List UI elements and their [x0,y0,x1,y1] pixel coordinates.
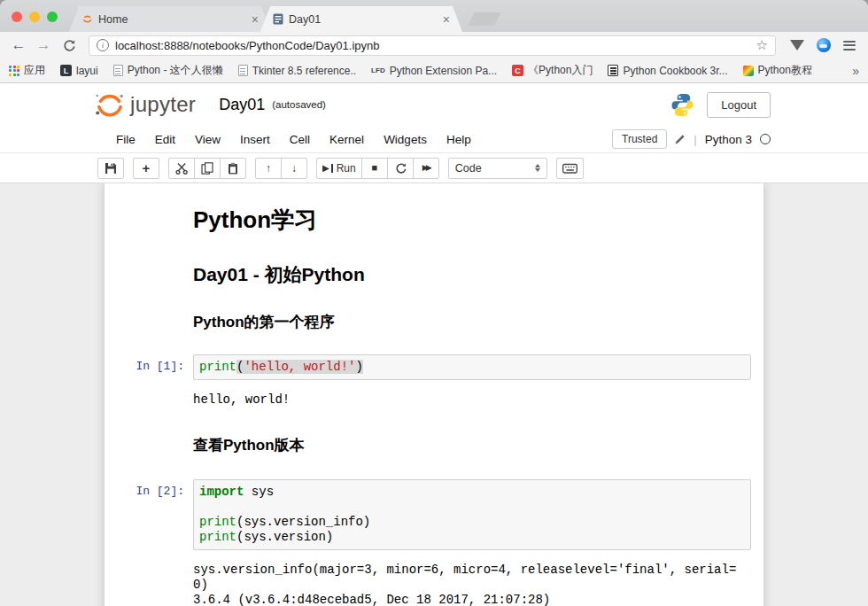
logout-button[interactable]: Logout [707,92,771,118]
extension-triangle-icon[interactable] [790,40,804,50]
jupyter-logo[interactable]: jupyter [94,90,196,119]
copy-icon [201,162,213,175]
code-cell-2[interactable]: In [2]: import sys print(sys.version_inf… [105,475,763,555]
paste-cell-button[interactable] [220,158,246,179]
section-title: Day01 - 初始Python [193,262,751,287]
lfd-icon: LFD [371,66,385,74]
tab-title: Home [98,13,246,26]
notebook-toolbar: + ↑ ↓ ▶ Run [0,153,868,183]
url-text[interactable]: localhost:8888/notebooks/PythonCode/Day0… [115,39,750,52]
output-prompt [105,558,193,606]
notebook-title[interactable]: Day01 [219,96,265,114]
bookmark-python-intro[interactable]: C 《Python入门 [512,63,593,78]
tab-strip: Home × Day01 × [0,0,868,32]
output-prompt [105,388,193,412]
bookmark-python-blog[interactable]: Python - 这个人很懒 [113,63,223,78]
play-icon: ▶ [322,164,329,173]
code-cell-1[interactable]: In [1]: print('hello, world!') [105,350,763,385]
interrupt-kernel-button[interactable]: ■ [361,158,388,179]
bookmark-apps[interactable]: 应用 [9,63,45,78]
subsection-title: Python的第一个程序 [193,312,751,332]
new-tab-button[interactable] [468,12,500,26]
menu-insert[interactable]: Insert [230,128,280,151]
tab-home[interactable]: Home × [69,6,271,32]
bookmark-layui[interactable]: L layui [60,65,98,77]
command-palette-button[interactable] [556,158,584,179]
trusted-button[interactable]: Trusted [612,129,667,149]
site-info-icon[interactable]: i [97,39,109,51]
scissors-icon [175,162,188,175]
subsection-title: 查看Python版本 [193,435,751,455]
book-icon [608,65,618,76]
move-cell-down-button[interactable]: ↓ [281,158,307,179]
bookmark-tkinter-reference[interactable]: Tkinter 8.5 reference.. [238,65,356,77]
kernel-name: Python 3 [705,133,752,146]
browser-menu-button[interactable] [838,35,861,56]
run-cell-button[interactable]: ▶ Run [316,158,362,179]
restart-run-all-button[interactable]: ▶▶ [413,158,439,179]
bookmark-star-icon[interactable]: ☆ [756,37,768,53]
bookmark-python-cookbook[interactable]: Python Cookbook 3r... [608,65,727,77]
tab-close-icon[interactable]: × [252,13,259,26]
notebook-menubar: File Edit View Insert Cell Kernel Widget… [0,126,868,153]
apps-grid-icon [9,66,19,76]
page-title: Python学习 [193,205,751,236]
stop-icon: ■ [371,163,377,173]
forward-button[interactable]: → [32,35,55,56]
menu-help[interactable]: Help [437,128,481,151]
page-icon [238,65,248,76]
restart-kernel-button[interactable] [387,158,414,179]
markdown-cell-h3a[interactable]: Python的第一个程序 [105,292,763,338]
menu-edit[interactable]: Edit [145,128,185,151]
output-text: sys.version_info(major=3, minor=6, micro… [193,558,748,606]
tab-day01[interactable]: Day01 × [260,6,462,32]
save-button[interactable] [97,158,124,179]
step-bar-icon [331,164,333,173]
notebook-container: Python学习 Day01 - 初始Python Python的第一个程序 I… [105,183,763,606]
jupyter-wordmark: jupyter [130,92,196,117]
cell-type-dropdown[interactable]: Code [448,158,547,179]
floppy-icon [105,162,117,175]
restart-icon [394,162,407,175]
window-zoom-button[interactable] [47,12,58,22]
code-input[interactable]: import sys print(sys.version_info) print… [193,479,751,550]
back-button[interactable]: ← [7,35,30,56]
tab-title: Day01 [289,13,438,26]
markdown-cell-h1[interactable]: Python学习 [105,192,763,241]
layui-icon: L [60,65,72,76]
separator: | [694,133,696,146]
keyboard-icon [562,162,577,175]
tab-close-icon[interactable]: × [443,13,450,26]
move-cell-up-button[interactable]: ↑ [255,158,282,179]
add-cell-button[interactable]: + [133,158,159,179]
input-prompt: In [2]: [105,479,193,550]
notebook-panel: Python学习 Day01 - 初始Python Python的第一个程序 I… [0,183,868,606]
code-input[interactable]: print('hello, world!') [193,354,751,380]
reload-button[interactable] [57,35,80,56]
window-close-button[interactable] [12,12,22,22]
autosave-status: (autosaved) [272,99,326,110]
page-icon [113,65,123,76]
menu-kernel[interactable]: Kernel [320,128,374,151]
browser-toolbar: ← → i localhost:8888/notebooks/PythonCod… [0,32,868,58]
markdown-cell-h3b[interactable]: 查看Python版本 [105,416,763,461]
jupyter-favicon [81,13,93,25]
bookmarks-bar: 应用 L layui Python - 这个人很懒 Tkinter 8.5 re… [0,58,868,83]
notebook-favicon [273,13,283,25]
extension-blue-icon[interactable] [817,38,831,52]
python-logo-icon [670,93,694,117]
csdn-icon: C [512,65,523,76]
address-bar[interactable]: i localhost:8888/notebooks/PythonCode/Da… [89,35,776,56]
menu-view[interactable]: View [185,128,230,151]
markdown-cell-h2[interactable]: Day01 - 初始Python [105,241,763,292]
menu-cell[interactable]: Cell [280,128,320,151]
copy-cell-button[interactable] [194,158,221,179]
menu-file[interactable]: File [106,128,145,151]
menu-widgets[interactable]: Widgets [374,128,437,151]
bookmarks-overflow-chevron[interactable]: » [852,64,859,78]
bookmark-python-extension[interactable]: LFD Python Extension Pa... [371,65,497,77]
cut-cell-button[interactable] [168,158,195,179]
fast-forward-icon: ▶▶ [422,164,430,172]
window-minimize-button[interactable] [29,12,40,22]
bookmark-python-tutorial[interactable]: Python教程 [743,63,812,78]
